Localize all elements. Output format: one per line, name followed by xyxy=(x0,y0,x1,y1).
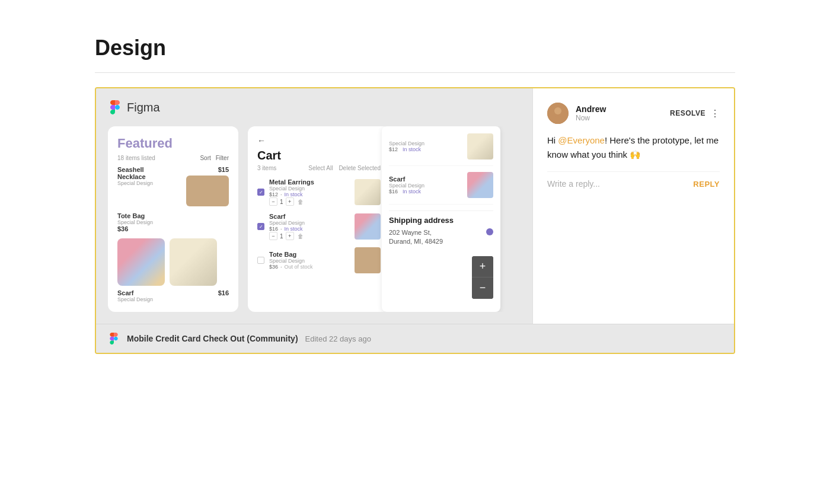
product-row-3 xyxy=(117,238,229,286)
shipping-address-line2: Durand, MI, 48429 xyxy=(389,237,443,246)
cart-checkbox-totebag[interactable] xyxy=(257,257,264,264)
cart-item-earrings: ✓ Metal Earrings Special Design $12 · In… xyxy=(257,178,381,206)
product-price-2: $36 xyxy=(117,225,153,232)
cart-item-price-scarf: $16 · In stock xyxy=(269,226,350,232)
product-item-2: Tote Bag Special Design $36 xyxy=(117,212,229,232)
overlay-special-design-2: Special Design xyxy=(389,183,462,189)
cart-meta-actions: Select All Delete Selected xyxy=(308,165,381,171)
cart-items-count: 3 items xyxy=(257,165,276,171)
cart-item-image-earrings xyxy=(355,179,381,205)
svg-point-1 xyxy=(554,107,561,114)
product-image-earrings xyxy=(170,238,217,286)
screen-featured: Featured 18 items listed Sort Filter Sea xyxy=(108,126,238,312)
product-info-scarf: Scarf Special Design xyxy=(117,289,153,302)
cart-title: Cart xyxy=(257,149,381,162)
resolve-button[interactable]: RESOLVE xyxy=(670,109,706,117)
cart-item-price-earrings: $12 · In stock xyxy=(269,192,350,197)
overlay-item-details-earrings: Special Design $12 In stock xyxy=(389,141,462,152)
product-labels-row: Scarf Special Design $16 xyxy=(117,289,229,302)
reply-area: Write a reply... REPLY xyxy=(547,171,720,189)
product-info-2: Tote Bag Special Design $36 xyxy=(117,212,153,232)
earrings-separator: · xyxy=(280,192,282,197)
qty-plus-earrings[interactable]: + xyxy=(286,197,294,206)
overlay-scarf-name: Scarf xyxy=(389,176,462,183)
shipping-title: Shipping address xyxy=(389,216,493,225)
comment-actions: RESOLVE ⋮ xyxy=(670,108,720,119)
cart-item-price-totebag: $36 · Out of stock xyxy=(269,264,350,270)
cart-item-totebag: Tote Bag Special Design $36 · Out of sto… xyxy=(257,247,381,273)
avatar-face xyxy=(547,103,569,124)
footer-filename: Mobile Credit Card Check Out (Community) xyxy=(127,334,298,343)
shipping-address-line1: 202 Wayne St, xyxy=(389,228,443,237)
cart-item-name-totebag: Tote Bag xyxy=(269,251,350,258)
overlay-earrings-stock: In stock xyxy=(403,146,421,152)
product-info-1: Seashell Necklace Special Design xyxy=(117,166,153,186)
cart-meta: 3 items Select All Delete Selected xyxy=(257,165,381,171)
reply-input-placeholder[interactable]: Write a reply... xyxy=(547,179,693,189)
earrings-price: $12 xyxy=(269,192,278,197)
select-all-label[interactable]: Select All xyxy=(308,165,333,171)
cart-item-name-scarf: Scarf xyxy=(269,213,350,220)
comment-mention: @Everyone xyxy=(558,135,605,145)
featured-title: Featured xyxy=(117,136,229,151)
cart-item-details-scarf: Scarf Special Design $16 · In stock − 1 xyxy=(269,213,350,240)
qty-plus-scarf[interactable]: + xyxy=(286,232,294,240)
scarf-stock: In stock xyxy=(285,226,303,232)
back-icon[interactable]: ← xyxy=(257,136,381,145)
avatar xyxy=(547,103,569,124)
comment-username: Andrew xyxy=(576,104,663,114)
items-count-row: 18 items listed Sort Filter xyxy=(117,155,229,161)
sort-filter: Sort Filter xyxy=(200,155,229,161)
more-options-icon[interactable]: ⋮ xyxy=(710,108,720,119)
comment-user-info: Andrew Now xyxy=(576,104,663,122)
cart-item-sub-totebag: Special Design xyxy=(269,258,350,264)
delete-selected-label[interactable]: Delete Selected xyxy=(339,165,381,171)
cart-checkbox-scarf[interactable]: ✓ xyxy=(257,223,264,230)
product-price-scarf: $16 xyxy=(218,289,229,302)
screen-cart: ← Cart 3 items Select All Delete Selecte… xyxy=(248,126,390,312)
footer-edited: Edited 22 days ago xyxy=(305,334,371,343)
zoom-plus-btn[interactable]: + xyxy=(472,256,493,277)
product-name-scarf: Scarf xyxy=(117,289,153,296)
overlay-price-stock-earrings: $12 In stock xyxy=(389,146,462,152)
items-count-label: 18 items listed xyxy=(117,155,155,161)
trash-icon-earrings[interactable]: 🗑 xyxy=(298,199,304,205)
overlay-scarf-stock: In stock xyxy=(403,189,421,194)
qty-value-earrings: 1 xyxy=(280,199,283,205)
cart-item-qty-earrings: − 1 + 🗑 xyxy=(269,197,350,206)
totebag-stock: Out of stock xyxy=(285,264,313,270)
filter-label: Filter xyxy=(216,155,229,161)
figma-logo-icon xyxy=(108,100,122,114)
cart-item-sub-scarf: Special Design xyxy=(269,220,350,226)
overlay-item-scarf: Scarf Special Design $16 In stock xyxy=(389,172,493,205)
cart-item-scarf: ✓ Scarf Special Design $16 · In stock xyxy=(257,213,381,240)
comment-header: Andrew Now RESOLVE ⋮ xyxy=(547,103,720,124)
cart-checkbox-earrings[interactable]: ✓ xyxy=(257,189,264,196)
product-price-image-1: $15 xyxy=(186,166,229,206)
cart-item-name-earrings: Metal Earrings xyxy=(269,178,350,186)
cart-item-sub-earrings: Special Design xyxy=(269,186,350,192)
reply-button[interactable]: REPLY xyxy=(693,180,720,189)
product-sub-scarf: Special Design xyxy=(117,296,153,302)
zoom-minus-btn[interactable]: − xyxy=(472,277,493,299)
comment-panel: Andrew Now RESOLVE ⋮ Hi @Everyone! Here'… xyxy=(532,88,734,324)
product-name-1: Seashell xyxy=(117,166,153,173)
cart-item-details-totebag: Tote Bag Special Design $36 · Out of sto… xyxy=(269,251,350,270)
shipping-radio[interactable] xyxy=(486,228,493,235)
product-sub-1: Special Design xyxy=(117,180,153,186)
overlay-scarf-price: $16 xyxy=(389,189,398,194)
overlay-earrings-image xyxy=(467,133,493,160)
overlay-item-earrings: Special Design $12 In stock xyxy=(389,133,493,166)
overlay-price-stock-scarf: $16 In stock xyxy=(389,189,462,194)
card-footer: Mobile Credit Card Check Out (Community)… xyxy=(96,324,734,353)
qty-minus-earrings[interactable]: − xyxy=(269,197,277,206)
overlay-scarf-image xyxy=(467,172,493,198)
overlay-item-details-scarf: Scarf Special Design $16 In stock xyxy=(389,176,462,194)
trash-icon-scarf[interactable]: 🗑 xyxy=(298,233,304,240)
shipping-address-row: 202 Wayne St, Durand, MI, 48429 xyxy=(389,228,493,247)
zoom-controls: + − xyxy=(472,256,493,299)
sort-label: Sort xyxy=(200,155,210,161)
qty-minus-scarf[interactable]: − xyxy=(269,232,277,240)
product-name-2: Tote Bag xyxy=(117,212,153,219)
title-divider xyxy=(95,72,735,73)
